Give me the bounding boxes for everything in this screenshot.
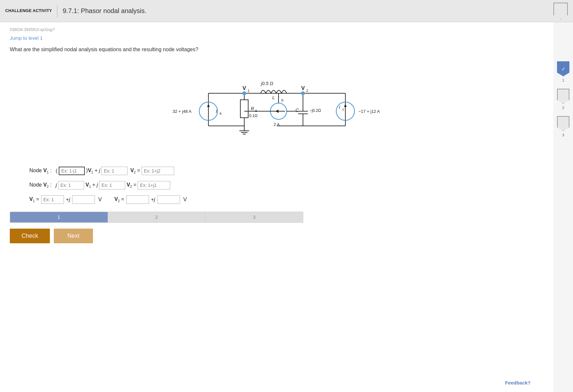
svg-text:a: a bbox=[255, 109, 257, 113]
node-v1-j-input[interactable] bbox=[101, 167, 128, 175]
circuit-svg: j0.5 Ω L V 1 V 2 I a I b I c R bbox=[163, 59, 391, 157]
progress-bar: 1 2 3 bbox=[10, 212, 303, 223]
equations-area: Node V1 : ( )V1 + j V2 = Node V2 : j V1 … bbox=[29, 167, 544, 204]
header: CHALLENGE ACTIVITY 9.7.1: Phasor nodal a… bbox=[0, 0, 573, 22]
level-3-group[interactable]: 3 bbox=[557, 116, 569, 137]
header-divider bbox=[57, 5, 57, 18]
progress-segment-1[interactable]: 1 bbox=[10, 212, 108, 222]
node-v1-rhs-input[interactable] bbox=[142, 167, 174, 175]
svg-rect-6 bbox=[240, 100, 248, 118]
svg-text:I: I bbox=[339, 105, 340, 110]
svg-text:a: a bbox=[219, 111, 222, 115]
svg-text:j0.5 Ω: j0.5 Ω bbox=[260, 81, 273, 86]
level-1-check: ✓ bbox=[561, 66, 565, 72]
v1-imag-input[interactable] bbox=[72, 195, 95, 204]
svg-text:I: I bbox=[216, 109, 217, 114]
progress-segment-2[interactable]: 2 bbox=[108, 212, 206, 222]
svg-text:R: R bbox=[251, 106, 254, 111]
svg-text:2 A: 2 A bbox=[274, 122, 280, 127]
node-v1-equation: Node V1 : ( )V1 + j V2 = bbox=[29, 167, 544, 175]
level-badge-3[interactable] bbox=[557, 116, 569, 131]
svg-marker-31 bbox=[275, 110, 279, 113]
svg-text:2: 2 bbox=[306, 89, 308, 93]
svg-text:V: V bbox=[301, 85, 305, 91]
level-1-group[interactable]: ✓ 1 bbox=[557, 61, 569, 82]
node-v2-j2-input[interactable] bbox=[99, 181, 125, 189]
next-button[interactable]: Next bbox=[54, 229, 93, 243]
svg-text:−17 + j12 A: −17 + j12 A bbox=[358, 109, 380, 114]
voltage-values-row: V1 = +j V V2 = +j V bbox=[29, 195, 544, 204]
content-area: 538034.3945910.qx3zqy7 Jump to level 1 W… bbox=[0, 22, 553, 392]
svg-point-34 bbox=[242, 91, 246, 95]
jump-to-level-link[interactable]: Jump to level 1 bbox=[10, 35, 43, 41]
level-1-number: 1 bbox=[562, 78, 564, 82]
svg-marker-25 bbox=[344, 104, 347, 107]
level-badge-1[interactable]: ✓ bbox=[557, 61, 569, 76]
svg-marker-20 bbox=[207, 104, 210, 107]
node-v1-label: Node V1 : bbox=[29, 168, 52, 174]
node-v2-equation: Node V2 : j V1 + j V2 = bbox=[29, 181, 544, 189]
svg-text:b: b bbox=[281, 98, 283, 102]
v2-imag-input[interactable] bbox=[157, 195, 180, 204]
svg-text:I: I bbox=[278, 96, 279, 101]
svg-text:c: c bbox=[342, 107, 344, 111]
v2-real-input[interactable] bbox=[126, 195, 149, 204]
level-2-number: 2 bbox=[562, 106, 564, 110]
activity-id: 538034.3945910.qx3zqy7 bbox=[10, 27, 544, 32]
check-button[interactable]: Check bbox=[10, 229, 50, 243]
challenge-activity-label: CHALLENGE ACTIVITY bbox=[5, 8, 52, 14]
right-sidebar: ✓ 1 2 3 bbox=[553, 22, 573, 392]
progress-segment-3[interactable]: 3 bbox=[205, 212, 303, 222]
node-v2-rhs-input[interactable] bbox=[138, 181, 170, 189]
main-container: 538034.3945910.qx3zqy7 Jump to level 1 W… bbox=[0, 22, 573, 392]
svg-text:−j0.2Ω: −j0.2Ω bbox=[309, 108, 321, 113]
level-2-group[interactable]: 2 bbox=[557, 89, 569, 110]
svg-text:0.1Ω: 0.1Ω bbox=[249, 113, 258, 118]
question-text: What are the simplified nodal analysis e… bbox=[10, 47, 544, 53]
svg-text:C: C bbox=[295, 108, 299, 113]
level-3-number: 3 bbox=[562, 133, 564, 137]
svg-text:L: L bbox=[272, 95, 275, 100]
svg-text:V: V bbox=[242, 85, 246, 91]
header-badge-icon bbox=[553, 3, 568, 20]
feedback-link[interactable]: Feedback? bbox=[505, 380, 531, 385]
challenge-label-text: CHALLENGE ACTIVITY bbox=[5, 8, 52, 14]
v1-real-input[interactable] bbox=[41, 195, 64, 204]
node-v2-label: Node V2 : bbox=[29, 182, 52, 188]
buttons-row: Check Next bbox=[10, 229, 544, 243]
activity-title: 9.7.1: Phasor nodal analysis. bbox=[63, 7, 146, 15]
svg-point-35 bbox=[301, 91, 305, 95]
node-v2-j1-input[interactable] bbox=[58, 181, 84, 189]
svg-text:32 + j48 A: 32 + j48 A bbox=[173, 109, 192, 114]
circuit-diagram: j0.5 Ω L V 1 V 2 I a I b I c R bbox=[10, 59, 544, 157]
svg-text:1: 1 bbox=[248, 89, 249, 93]
node-v1-coeff-input[interactable] bbox=[59, 167, 85, 175]
level-badge-2[interactable] bbox=[557, 89, 569, 104]
